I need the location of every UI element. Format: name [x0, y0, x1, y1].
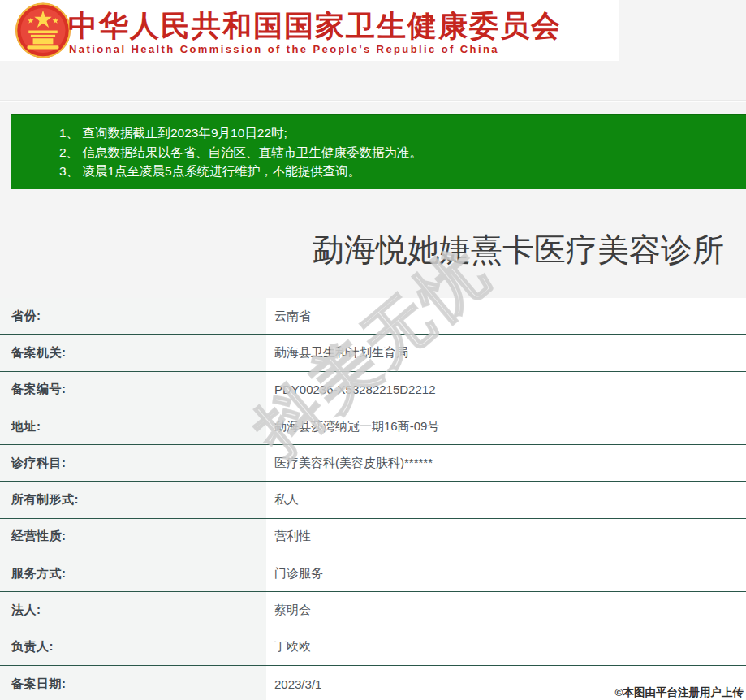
- row-label: 省份:: [0, 298, 266, 334]
- row-label: 备案机关:: [0, 335, 266, 370]
- row-value: PDY00236-X53282215D2212: [266, 372, 746, 408]
- table-row-address: 地址: 勐海县莎湾纳冠一期16商-09号: [0, 408, 746, 445]
- row-value: 蔡明会: [266, 592, 746, 628]
- row-value: 丁欧欧: [266, 629, 746, 665]
- row-value: 云南省: [266, 298, 746, 334]
- header-title-en: National Health Commission of the People…: [69, 43, 499, 55]
- row-label: 备案编号:: [0, 372, 266, 408]
- row-label: 负责人:: [0, 629, 266, 665]
- table-row-ownership: 所有制形式: 私人: [0, 482, 746, 518]
- footer-watermark: ©本图由平台注册用户上传: [615, 685, 744, 700]
- row-label: 备案日期:: [0, 666, 266, 700]
- table-row-departments: 诊疗科目: 医疗美容科(美容皮肤科)******: [0, 445, 746, 482]
- institution-title: 勐海悦她婕熹卡医疗美容诊所: [313, 228, 724, 272]
- notice-line-3: 3、 凌晨1点至凌晨5点系统进行维护，不能提供查询。: [59, 162, 746, 181]
- row-label: 经营性质:: [0, 519, 266, 555]
- notice-line-1: 1、 查询数据截止到2023年9月10日22时;: [59, 123, 746, 143]
- horizontal-divider: [0, 100, 746, 102]
- row-label: 地址:: [0, 408, 266, 444]
- table-row-service-mode: 服务方式: 门诊服务: [0, 555, 746, 592]
- table-row-person-in-charge: 负责人: 丁欧欧: [0, 629, 746, 666]
- row-value: 勐海县卫生和计划生育局: [266, 335, 746, 370]
- row-label: 服务方式:: [0, 555, 266, 591]
- row-label: 诊疗科目:: [0, 445, 266, 481]
- header-title-cn: 中华人民共和国国家卫生健康委员会: [68, 6, 562, 46]
- table-row-province: 省份: 云南省: [0, 298, 746, 335]
- notice-box: 1、 查询数据截止到2023年9月10日22时; 2、 信息数据结果以各省、自治…: [11, 114, 746, 189]
- table-row-business-nature: 经营性质: 营利性: [0, 519, 746, 555]
- row-value: 勐海县莎湾纳冠一期16商-09号: [266, 408, 746, 444]
- notice-line-2: 2、 信息数据结果以各省、自治区、直辖市卫生健康委数据为准。: [59, 143, 746, 162]
- table-row-filing-number: 备案编号: PDY00236-X53282215D2212: [0, 372, 746, 408]
- header-bar: 中华人民共和国国家卫生健康委员会 National Health Commiss…: [0, 0, 619, 61]
- row-label: 所有制形式:: [0, 482, 266, 517]
- row-label: 法人:: [0, 592, 266, 628]
- row-value: 门诊服务: [266, 555, 746, 591]
- record-table: 省份: 云南省 备案机关: 勐海县卫生和计划生育局 备案编号: PDY00236…: [0, 298, 746, 700]
- row-value: 私人: [266, 482, 746, 517]
- row-value: 医疗美容科(美容皮肤科)******: [266, 445, 746, 481]
- table-row-filing-authority: 备案机关: 勐海县卫生和计划生育局: [0, 335, 746, 371]
- table-row-legal-person: 法人: 蔡明会: [0, 592, 746, 629]
- row-value: 营利性: [266, 519, 746, 555]
